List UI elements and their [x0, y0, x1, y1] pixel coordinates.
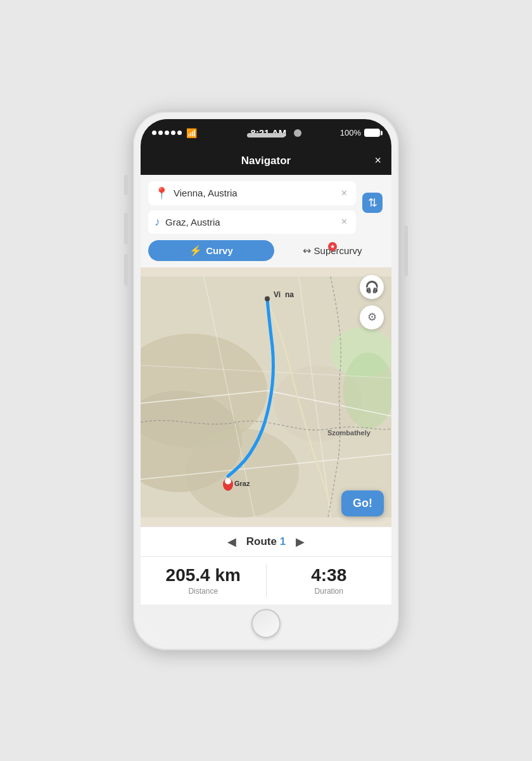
curvy-icon: ⚡ — [189, 245, 202, 257]
stats-bar: 205.4 km Distance 4:38 Duration — [141, 557, 391, 604]
nav-title: Navigator — [241, 155, 291, 167]
supercurvy-curve-icon: ↭ — [303, 245, 311, 257]
distance-label: Distance — [188, 587, 218, 596]
search-fields: 📍 Vienna, Austria × ♪ Graz, Austria × — [148, 181, 356, 234]
origin-field[interactable]: 📍 Vienna, Austria × — [148, 181, 356, 205]
mute-button[interactable] — [124, 175, 128, 195]
signal-dot — [165, 131, 169, 135]
status-right: 100% — [340, 128, 380, 137]
destination-clear-button[interactable]: × — [339, 216, 350, 227]
phone-screen: 📶 8:21 AM 100% Navigator × 📍 Vienna, Au — [141, 119, 391, 643]
route-prev-button[interactable]: ◀ — [217, 535, 246, 549]
curvy-button[interactable]: ⚡ Curvy — [148, 240, 274, 261]
map-settings-button[interactable]: ⚙ — [360, 305, 384, 329]
battery-icon — [364, 129, 380, 137]
dest-icon: ♪ — [155, 215, 160, 229]
battery-fill — [365, 129, 379, 136]
volume-up-button[interactable] — [124, 213, 128, 245]
volume-down-button[interactable] — [124, 254, 128, 286]
close-button[interactable]: × — [374, 154, 381, 167]
swap-button[interactable]: ⇅ — [362, 193, 383, 213]
map-area: Vi na Graz Szombathely 🎧 ⚙ Go! — [141, 267, 391, 527]
search-section: 📍 Vienna, Austria × ♪ Graz, Austria × ⇅ — [141, 175, 391, 240]
nav-bar: Navigator × — [141, 147, 391, 175]
go-button[interactable]: Go! — [341, 490, 384, 516]
battery-percent: 100% — [340, 128, 361, 137]
wifi-icon: 📶 — [186, 128, 197, 138]
signal-dot — [158, 131, 163, 135]
distance-value: 205.4 km — [166, 565, 241, 585]
svg-text:na: na — [285, 290, 294, 298]
supercurvy-premium-badge: ★ — [328, 242, 337, 251]
origin-text: Vienna, Austria — [174, 188, 339, 198]
home-button-area — [141, 604, 391, 643]
origin-clear-button[interactable]: × — [339, 188, 350, 199]
home-button[interactable] — [251, 609, 281, 638]
signal-dots: 📶 — [152, 128, 197, 138]
destination-field[interactable]: ♪ Graz, Austria × — [148, 210, 356, 234]
route-next-button[interactable]: ▶ — [286, 535, 315, 549]
svg-point-13 — [265, 296, 270, 301]
destination-text: Graz, Austria — [165, 217, 339, 227]
origin-pin-icon: 📍 — [155, 186, 168, 200]
svg-text:Szombathely: Szombathely — [327, 428, 371, 436]
power-button[interactable] — [404, 226, 408, 276]
phone-device: 📶 8:21 AM 100% Navigator × 📍 Vienna, Au — [133, 112, 399, 650]
duration-value: 4:38 — [311, 565, 346, 585]
speaker — [247, 133, 285, 137]
signal-dot — [177, 131, 182, 135]
star-icon: ★ — [330, 243, 335, 250]
svg-point-17 — [225, 478, 231, 484]
duration-block: 4:38 Duration — [267, 557, 392, 604]
map-svg: Vi na Graz Szombathely — [141, 267, 391, 527]
curvy-label: Curvy — [206, 245, 233, 256]
route-label: Route 1 — [246, 535, 286, 548]
signal-dot — [171, 131, 175, 135]
supercurvy-label: Supercurvy — [314, 245, 362, 256]
duration-label: Duration — [315, 587, 343, 596]
supercurvy-button[interactable]: ↭ Supercurvy ★ — [281, 245, 384, 257]
camera — [294, 129, 301, 137]
settings-sliders-icon: ⚙ — [367, 310, 377, 324]
headphone-icon: 🎧 — [365, 280, 379, 294]
route-bar: ◀ Route 1 ▶ — [141, 527, 391, 557]
signal-dot — [152, 131, 156, 135]
headphone-button[interactable]: 🎧 — [360, 275, 384, 299]
route-type-section: ⚡ Curvy ↭ Supercurvy ★ — [141, 240, 391, 267]
svg-text:Vi: Vi — [274, 290, 281, 298]
svg-text:Graz: Graz — [234, 479, 250, 487]
distance-block: 205.4 km Distance — [141, 557, 266, 604]
